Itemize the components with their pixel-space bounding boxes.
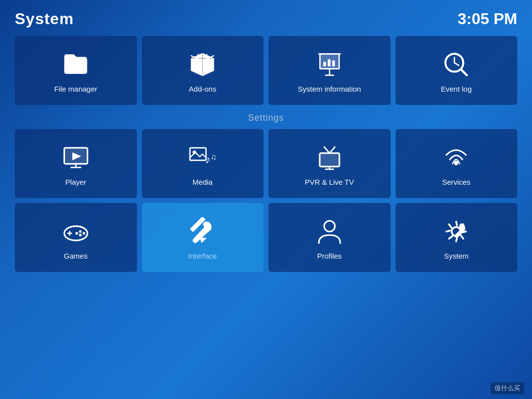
tv-screen: System 3:05 PM File manager [0, 0, 532, 399]
presentation-icon [315, 50, 344, 79]
svg-point-42 [75, 232, 78, 234]
svg-line-31 [324, 147, 330, 153]
tile-label-interface: Interface [188, 252, 217, 260]
tile-profiles[interactable]: Profiles [268, 203, 391, 272]
tile-media[interactable]: ♪ ♫ Media [142, 129, 264, 198]
svg-line-16 [455, 63, 459, 65]
svg-point-45 [324, 221, 335, 232]
folder-icon [62, 50, 90, 79]
wifi-signal-icon [442, 143, 470, 172]
svg-point-35 [454, 161, 459, 165]
tile-interface[interactable]: Interface [142, 203, 264, 272]
svg-point-40 [82, 232, 85, 234]
wrench-pen-icon [188, 217, 217, 246]
tile-event-log[interactable]: Event log [396, 36, 518, 105]
tile-add-ons[interactable]: Add-ons [142, 36, 264, 105]
tile-label-media: Media [193, 178, 213, 186]
svg-point-39 [79, 230, 81, 233]
tile-games[interactable]: Games [15, 203, 137, 272]
svg-text:♪: ♪ [205, 153, 211, 165]
tile-label-profiles: Profiles [317, 252, 342, 260]
tile-label-services: Services [442, 178, 470, 186]
svg-rect-30 [321, 154, 338, 166]
tile-player[interactable]: Player [15, 129, 137, 198]
tile-label-player: Player [65, 178, 86, 186]
tile-file-manager[interactable]: File manager [15, 36, 137, 105]
tile-system-information[interactable]: System information [268, 36, 391, 105]
gamepad-icon [62, 217, 90, 246]
tile-label-event-log: Event log [441, 85, 472, 93]
svg-rect-9 [328, 59, 330, 66]
page-title: System [15, 10, 74, 28]
tile-label-system: System [444, 252, 468, 260]
clock: 3:05 PM [458, 10, 517, 28]
svg-rect-10 [332, 60, 334, 66]
tile-label-pvr-live-tv: PVR & Live TV [305, 178, 354, 186]
svg-line-32 [330, 147, 335, 153]
monitor-play-icon [62, 143, 90, 172]
settings-section-label: Settings [15, 113, 517, 123]
tile-services[interactable]: Services [396, 129, 518, 198]
watermark: 值什么买 [491, 382, 524, 394]
tile-system[interactable]: System [396, 203, 518, 272]
tile-label-games: Games [64, 252, 88, 260]
tile-label-file-manager: File manager [54, 85, 98, 93]
media-icon: ♪ ♫ [188, 143, 217, 172]
svg-rect-25 [190, 148, 206, 160]
clock-search-icon [442, 50, 470, 79]
tile-label-add-ons: Add-ons [189, 85, 216, 93]
svg-point-41 [79, 233, 81, 236]
tile-label-system-information: System information [298, 85, 361, 93]
top-bar: System 3:05 PM [15, 10, 517, 28]
box-icon [188, 50, 217, 79]
svg-rect-8 [323, 62, 326, 66]
gear-wrench-icon [442, 217, 470, 246]
person-icon [315, 217, 344, 246]
svg-line-18 [462, 69, 467, 75]
tv-antenna-icon [315, 143, 344, 172]
svg-marker-44 [200, 237, 207, 243]
tile-pvr-live-tv[interactable]: PVR & Live TV [268, 129, 391, 198]
settings-tiles-row: Player ♪ ♫ Media [15, 129, 517, 272]
top-tiles-row: File manager Add-ons [15, 36, 517, 105]
svg-text:♫: ♫ [211, 152, 217, 161]
